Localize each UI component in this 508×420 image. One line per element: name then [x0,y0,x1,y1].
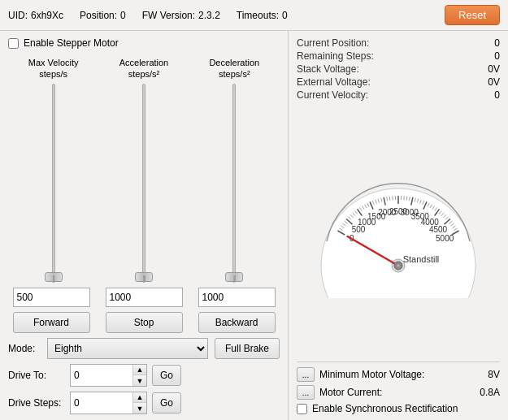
deceleration-track [232,84,236,283]
status-grid: Current Position: 0 Remaining Steps: 0 S… [297,37,500,101]
drive-steps-row: Drive Steps: ▲ ▼ Go [8,392,280,414]
drive-steps-up[interactable]: ▲ [133,392,146,403]
max-velocity-slider-col: Max Velocity steps/s [13,57,94,283]
standstill-text: Standstill [403,254,440,264]
current-position-label: Current Position: [297,37,421,49]
external-voltage-value: 0V [428,76,500,88]
gauge-svg: Standstill 05001000150020002500300035004… [309,168,488,298]
drive-to-row: Drive To: ▲ ▼ Go [8,364,280,387]
sync-rectification-label: Enable Synchronous Rectification [312,403,458,414]
fw-label: FW Version: [142,10,195,21]
svg-point-1 [321,188,475,298]
mode-label: Mode: [8,343,41,354]
acceleration-input[interactable] [106,288,183,307]
deceleration-label: Deceleration steps/s² [209,57,259,80]
stack-voltage-value: 0V [428,63,500,75]
drive-to-down[interactable]: ▼ [133,375,146,386]
position-label: Position: [80,10,117,21]
fw-value: 2.3.2 [198,10,220,21]
current-position-value: 0 [428,37,500,49]
external-voltage-label: External Voltage: [297,76,421,88]
uid-value: 6xh9Xc [31,10,63,21]
acceleration-thumb[interactable] [135,272,153,282]
min-voltage-dots-button[interactable]: ... [297,367,315,382]
drive-steps-spinners: ▲ ▼ [132,392,146,414]
forward-button[interactable]: Forward [13,312,90,333]
position-value: 0 [120,10,126,21]
bottom-right: ... Minimum Motor Voltage: 8V ... Motor … [297,362,500,414]
motor-current-value: 0.8A [467,387,500,398]
max-velocity-thumb[interactable] [45,272,63,282]
drive-to-up[interactable]: ▲ [133,365,146,375]
mode-row: Mode: Eighth Full Half Quarter Sixteenth… [8,338,280,359]
right-panel: Current Position: 0 Remaining Steps: 0 S… [289,31,508,420]
timeouts-value: 0 [282,10,288,21]
enable-stepper-label: Enable Stepper Motor [24,37,119,49]
drive-steps-input-container: ▲ ▼ [70,392,147,414]
full-brake-button[interactable]: Full Brake [215,338,280,359]
motor-current-row: ... Motor Current: 0.8A [297,385,500,400]
min-motor-voltage-row: ... Minimum Motor Voltage: 8V [297,367,500,382]
fw-info: FW Version: 2.3.2 [142,10,220,21]
sync-rectification-checkbox[interactable] [297,404,307,414]
drive-to-input-container: ▲ ▼ [70,364,147,387]
main-layout: Enable Stepper Motor Max Velocity steps/… [0,31,508,420]
gauge-container: Standstill 05001000150020002500300035004… [297,107,500,358]
timeouts-info: Timeouts: 0 [237,10,288,21]
top-bar: UID: 6xh9Xc Position: 0 FW Version: 2.3.… [0,0,508,31]
drive-steps-go-button[interactable]: Go [152,392,181,414]
drive-to-go-button[interactable]: Go [152,365,181,386]
left-panel: Enable Stepper Motor Max Velocity steps/… [0,31,289,420]
max-velocity-label: Max Velocity steps/s [28,57,79,80]
reset-button[interactable]: Reset [445,5,500,25]
current-velocity-label: Current Velocity: [297,89,421,101]
current-velocity-value: 0 [428,89,500,101]
max-velocity-track [52,84,55,283]
min-voltage-label: Minimum Motor Voltage: [319,369,462,380]
sync-row: Enable Synchronous Rectification [297,403,500,414]
sliders-row: Max Velocity steps/s Acceleration steps/… [8,57,280,283]
drive-to-input[interactable] [71,365,132,386]
drive-steps-label: Drive Steps: [8,397,65,409]
enable-stepper-checkbox[interactable] [8,38,19,49]
mode-select[interactable]: Eighth Full Half Quarter Sixteenth [47,338,208,359]
backward-button[interactable]: Backward [198,312,276,333]
uid-label: UID: [8,10,28,21]
drive-to-label: Drive To: [8,370,65,381]
acceleration-track [142,84,145,283]
motor-current-label: Motor Current: [319,387,462,398]
drive-steps-input[interactable] [71,392,132,414]
uid-info: UID: 6xh9Xc [8,10,63,21]
deceleration-thumb[interactable] [225,272,243,282]
min-voltage-value: 8V [467,369,500,380]
gauge-pivot-center [397,264,400,267]
position-info: Position: 0 [80,10,126,21]
stack-voltage-label: Stack Voltage: [297,63,421,75]
inputs-row [8,288,280,307]
drive-steps-down[interactable]: ▼ [133,403,146,414]
gauge-label-4500: 4500 [429,224,448,233]
acceleration-label: Acceleration steps/s² [119,57,169,80]
gauge-label-5000: 5000 [436,234,454,243]
motor-current-dots-button[interactable]: ... [297,385,315,400]
max-velocity-input[interactable] [13,288,90,307]
motion-buttons-row: Forward Stop Backward [8,312,280,333]
enable-stepper-row: Enable Stepper Motor [8,37,280,49]
deceleration-input[interactable] [198,288,276,307]
remaining-steps-value: 0 [428,50,500,62]
remaining-steps-label: Remaining Steps: [297,50,421,62]
timeouts-label: Timeouts: [237,10,279,21]
drive-to-spinners: ▲ ▼ [132,365,146,386]
acceleration-slider-col: Acceleration steps/s² [103,57,185,283]
stop-button[interactable]: Stop [106,312,183,333]
deceleration-slider-col: Deceleration steps/s² [193,57,275,283]
